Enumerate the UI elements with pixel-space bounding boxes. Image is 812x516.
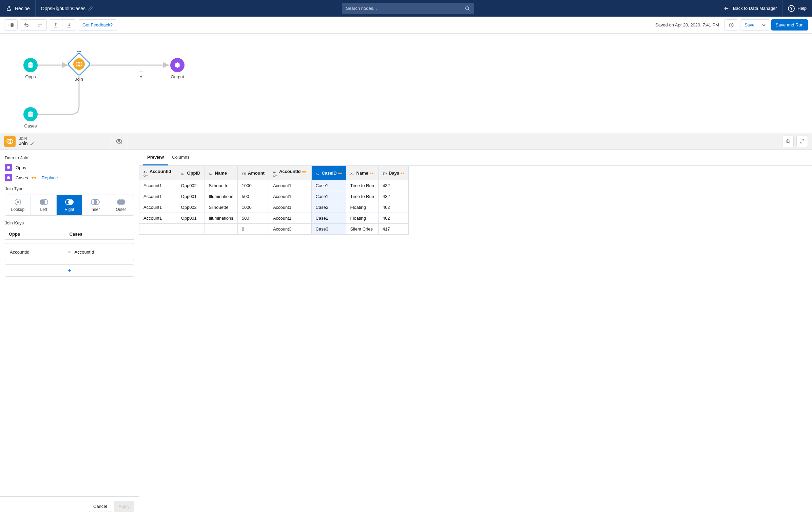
upload-button[interactable]: [49, 19, 62, 31]
tab-columns[interactable]: Columns: [168, 150, 193, 165]
preview-panel: Preview Columns AaAccountIdAaOppIDAaName…: [139, 150, 812, 516]
svg-point-31: [144, 175, 146, 177]
table-cell[interactable]: Case1: [311, 180, 346, 191]
column-header[interactable]: Amount: [237, 166, 269, 180]
table-cell[interactable]: Case2: [311, 202, 346, 213]
node-join[interactable]: ••• Join: [65, 56, 93, 82]
add-key-button[interactable]: +: [5, 264, 134, 277]
recipe-label: Recipe: [15, 6, 30, 11]
search-input[interactable]: [346, 6, 465, 11]
table-cell[interactable]: Silhouette: [205, 202, 237, 213]
table-cell[interactable]: Opp001: [177, 213, 205, 224]
apply-button[interactable]: Apply: [114, 501, 134, 512]
table-cell[interactable]: 402: [378, 202, 408, 213]
expand-button[interactable]: [796, 136, 808, 147]
history-button[interactable]: [724, 19, 738, 31]
table-cell[interactable]: Floating: [346, 213, 378, 224]
table-cell[interactable]: Time to Run: [346, 180, 378, 191]
toolbar: Got Feedback? Saved on Apr 20, 2020, 7:4…: [0, 17, 812, 34]
column-header[interactable]: AaAccountId: [139, 166, 177, 180]
table-cell[interactable]: 432: [378, 191, 408, 202]
table-cell[interactable]: Account1: [269, 180, 311, 191]
table-cell[interactable]: Case2: [311, 213, 346, 224]
table-cell[interactable]: 500: [237, 213, 269, 224]
tab-preview[interactable]: Preview: [143, 150, 168, 165]
add-data-button[interactable]: [4, 19, 18, 31]
feedback-button[interactable]: Got Feedback?: [78, 19, 117, 31]
column-header[interactable]: AaCaseID: [311, 166, 346, 180]
table-cell[interactable]: 417: [378, 224, 408, 235]
table-cell[interactable]: 500: [237, 191, 269, 202]
table-cell[interactable]: Account1: [269, 191, 311, 202]
table-row[interactable]: Account1Opp002Silhouette1000Account1Case…: [139, 202, 409, 213]
join-type-outer[interactable]: Outer: [108, 195, 134, 215]
table-cell[interactable]: Account1: [269, 202, 311, 213]
edit-name-icon[interactable]: [88, 6, 93, 11]
collapse-panel-button[interactable]: ◀: [139, 71, 143, 81]
svg-point-36: [243, 172, 245, 175]
node-output[interactable]: Output: [164, 58, 191, 79]
link-badge-icon: [370, 173, 373, 174]
join-type-left[interactable]: Left: [31, 195, 57, 215]
help-link[interactable]: ? Help: [782, 0, 812, 17]
table-cell[interactable]: Account1: [139, 191, 177, 202]
table-cell[interactable]: 1000: [237, 180, 269, 191]
table-cell[interactable]: Account1: [139, 202, 177, 213]
save-and-run-button[interactable]: Save and Run: [771, 19, 808, 31]
table-cell[interactable]: 402: [378, 213, 408, 224]
toggle-visibility-button[interactable]: [111, 133, 127, 150]
search-box[interactable]: [342, 3, 474, 14]
table-cell[interactable]: Account3: [269, 224, 311, 235]
save-button[interactable]: Save: [740, 19, 759, 31]
table-cell[interactable]: Silent Cries: [346, 224, 378, 235]
panel-header: JOIN Join: [0, 133, 812, 150]
edit-panel-name-icon[interactable]: [30, 141, 34, 145]
table-cell[interactable]: Opp001: [177, 191, 205, 202]
download-button[interactable]: [62, 19, 76, 31]
join-type-lookup[interactable]: Lookup: [5, 195, 31, 215]
table-cell[interactable]: Silhouette: [205, 180, 237, 191]
back-link[interactable]: Back to Data Manager: [718, 0, 782, 17]
column-header[interactable]: Days: [378, 166, 408, 180]
column-header[interactable]: AaName: [205, 166, 237, 180]
table-cell[interactable]: [177, 224, 205, 235]
table-cell[interactable]: Opp002: [177, 180, 205, 191]
table-cell[interactable]: 432: [378, 180, 408, 191]
join-key-row[interactable]: AccountId = AccountId: [5, 243, 134, 261]
flow-canvas[interactable]: Opps ••• Join Output Cases: [0, 34, 812, 133]
join-type-right[interactable]: Right: [57, 195, 82, 215]
table-cell[interactable]: Case1: [311, 191, 346, 202]
link-badge-icon: [302, 171, 306, 173]
table-row[interactable]: Account1Opp002Silhouette1000Account1Case…: [139, 180, 409, 191]
column-header[interactable]: AaName: [346, 166, 378, 180]
table-cell[interactable]: 0: [237, 224, 269, 235]
table-cell[interactable]: Floating: [346, 202, 378, 213]
undo-button[interactable]: [20, 19, 33, 31]
type-icon: [242, 172, 247, 176]
table-cell[interactable]: Illuminations: [205, 191, 237, 202]
table-cell[interactable]: Account1: [269, 213, 311, 224]
table-row[interactable]: Account1Opp001Illuminations500Account1Ca…: [139, 213, 409, 224]
node-opps[interactable]: Opps: [17, 58, 44, 79]
table-row[interactable]: 0Account3Case3Silent Cries417: [139, 224, 409, 235]
search-icon: [465, 6, 470, 11]
table-cell[interactable]: Case3: [311, 224, 346, 235]
table-cell[interactable]: [205, 224, 237, 235]
column-header[interactable]: AaOppID: [177, 166, 205, 180]
table-cell[interactable]: Account1: [139, 180, 177, 191]
table-cell[interactable]: Opp002: [177, 202, 205, 213]
table-cell[interactable]: Time to Run: [346, 191, 378, 202]
replace-link[interactable]: Replace: [42, 175, 58, 180]
zoom-button[interactable]: [782, 136, 794, 147]
cancel-button[interactable]: Cancel: [89, 501, 111, 512]
table-row[interactable]: Account1Opp001Illuminations500Account1Ca…: [139, 191, 409, 202]
join-type-inner[interactable]: Inner: [82, 195, 108, 215]
node-cases[interactable]: Cases: [17, 107, 44, 128]
table-cell[interactable]: 1000: [237, 202, 269, 213]
table-cell[interactable]: [139, 224, 177, 235]
column-header[interactable]: AaAccountId: [269, 166, 311, 180]
redo-button[interactable]: [33, 19, 47, 31]
table-cell[interactable]: Account1: [139, 213, 177, 224]
save-dropdown-button[interactable]: [759, 19, 769, 31]
table-cell[interactable]: Illuminations: [205, 213, 237, 224]
